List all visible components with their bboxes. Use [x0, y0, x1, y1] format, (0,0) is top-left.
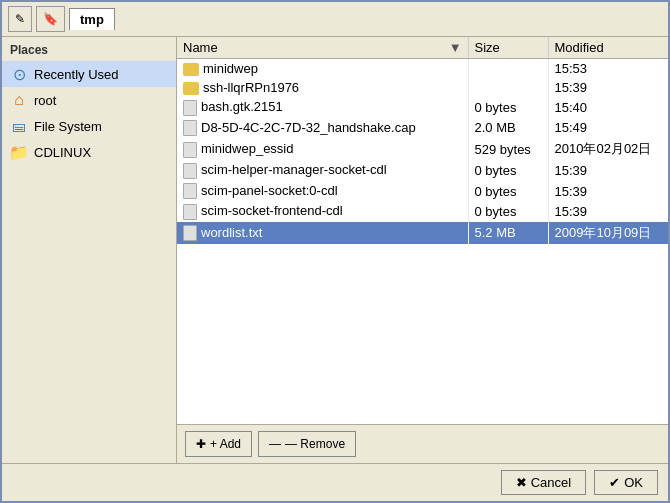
file-name-cell: ssh-llqrRPn1976	[177, 78, 468, 97]
sort-arrow-icon: ▼	[449, 40, 462, 55]
file-name-text: bash.gtk.2151	[201, 99, 283, 114]
file-icon	[183, 183, 197, 199]
file-icon	[183, 163, 197, 179]
file-name-text: minidwep_essid	[201, 141, 294, 156]
cancel-icon: ✖	[516, 475, 527, 490]
main-area: Places ⊙ Recently Used ⌂ root 🖴 File Sys…	[2, 37, 668, 463]
sidebar-label-cdlinux: CDLINUX	[34, 145, 91, 160]
file-name-text: wordlist.txt	[201, 225, 262, 240]
table-row[interactable]: minidwep_essid529 bytes2010年02月02日	[177, 138, 668, 160]
remove-label: — Remove	[285, 437, 345, 451]
col-header-size[interactable]: Size	[468, 37, 548, 59]
file-size-cell	[468, 59, 548, 79]
file-name-text: scim-panel-socket:0-cdl	[201, 183, 338, 198]
file-name-cell: wordlist.txt	[177, 222, 468, 244]
file-name-cell: minidwep	[177, 59, 468, 79]
sidebar-label-filesystem: File System	[34, 119, 102, 134]
file-name-cell: scim-socket-frontend-cdl	[177, 201, 468, 222]
file-icon	[183, 225, 197, 241]
file-name-text: scim-socket-frontend-cdl	[201, 203, 343, 218]
file-name-cell: scim-helper-manager-socket-cdl	[177, 160, 468, 181]
bookmark-icon: 🔖	[43, 12, 58, 26]
file-modified-cell: 15:40	[548, 97, 668, 118]
sidebar: Places ⊙ Recently Used ⌂ root 🖴 File Sys…	[2, 37, 177, 463]
edit-icon: ✎	[15, 12, 25, 26]
cdlinux-folder-icon: 📁	[10, 143, 28, 161]
file-size-cell: 529 bytes	[468, 138, 548, 160]
file-modified-cell: 15:49	[548, 118, 668, 139]
file-size-cell: 0 bytes	[468, 160, 548, 181]
table-row[interactable]: minidwep15:53	[177, 59, 668, 79]
footer: ✖ Cancel ✔ OK	[2, 463, 668, 501]
file-modified-cell: 15:39	[548, 78, 668, 97]
file-table: Name ▼ Size Modified minidwep15:53ssh-ll…	[177, 37, 668, 244]
table-row[interactable]: scim-panel-socket:0-cdl0 bytes15:39	[177, 181, 668, 202]
bookmark-icon-button[interactable]: 🔖	[36, 6, 65, 32]
file-size-cell: 5.2 MB	[468, 222, 548, 244]
file-modified-cell: 15:39	[548, 181, 668, 202]
back-button[interactable]: ✎	[8, 6, 32, 32]
table-row[interactable]: scim-socket-frontend-cdl0 bytes15:39	[177, 201, 668, 222]
file-size-cell	[468, 78, 548, 97]
col-header-modified[interactable]: Modified	[548, 37, 668, 59]
col-header-name[interactable]: Name ▼	[177, 37, 468, 59]
add-icon: ✚	[196, 437, 206, 451]
add-button[interactable]: ✚ + Add	[185, 431, 252, 457]
file-name-cell: minidwep_essid	[177, 138, 468, 160]
file-name-text: scim-helper-manager-socket-cdl	[201, 162, 387, 177]
ok-label: OK	[624, 475, 643, 490]
ok-button[interactable]: ✔ OK	[594, 470, 658, 495]
file-name-cell: D8-5D-4C-2C-7D-32_handshake.cap	[177, 118, 468, 139]
cancel-label: Cancel	[531, 475, 571, 490]
file-size-cell: 0 bytes	[468, 181, 548, 202]
sidebar-label-root: root	[34, 93, 56, 108]
file-modified-cell: 2009年10月09日	[548, 222, 668, 244]
file-size-cell: 2.0 MB	[468, 118, 548, 139]
file-modified-cell: 15:53	[548, 59, 668, 79]
toolbar: ✎ 🔖 tmp	[2, 2, 668, 37]
folder-icon	[183, 82, 199, 95]
sidebar-item-recently-used[interactable]: ⊙ Recently Used	[2, 61, 176, 87]
file-modified-cell: 15:39	[548, 160, 668, 181]
remove-icon: —	[269, 437, 281, 451]
file-size-cell: 0 bytes	[468, 201, 548, 222]
table-row[interactable]: scim-helper-manager-socket-cdl0 bytes15:…	[177, 160, 668, 181]
filesystem-icon: 🖴	[10, 117, 28, 135]
cancel-button[interactable]: ✖ Cancel	[501, 470, 586, 495]
file-name-cell: scim-panel-socket:0-cdl	[177, 181, 468, 202]
sidebar-item-cdlinux[interactable]: 📁 CDLINUX	[2, 139, 176, 165]
file-size-cell: 0 bytes	[468, 97, 548, 118]
location-tab[interactable]: tmp	[69, 8, 115, 30]
file-dialog: ✎ 🔖 tmp Places ⊙ Recently Used ⌂ root 🖴 …	[0, 0, 670, 503]
table-row[interactable]: bash.gtk.21510 bytes15:40	[177, 97, 668, 118]
sidebar-label-recently-used: Recently Used	[34, 67, 119, 82]
file-name-text: minidwep	[203, 61, 258, 76]
file-name-text: D8-5D-4C-2C-7D-32_handshake.cap	[201, 120, 416, 135]
file-icon	[183, 142, 197, 158]
sidebar-item-filesystem[interactable]: 🖴 File System	[2, 113, 176, 139]
file-icon	[183, 100, 197, 116]
sidebar-item-root[interactable]: ⌂ root	[2, 87, 176, 113]
recent-icon: ⊙	[10, 65, 28, 83]
table-row[interactable]: wordlist.txt5.2 MB2009年10月09日	[177, 222, 668, 244]
file-list-scroll[interactable]: Name ▼ Size Modified minidwep15:53ssh-ll…	[177, 37, 668, 424]
content-area: Name ▼ Size Modified minidwep15:53ssh-ll…	[177, 37, 668, 463]
remove-button[interactable]: — — Remove	[258, 431, 356, 457]
file-name-cell: bash.gtk.2151	[177, 97, 468, 118]
table-row[interactable]: ssh-llqrRPn197615:39	[177, 78, 668, 97]
file-icon	[183, 204, 197, 220]
bottom-bar: ✚ + Add — — Remove	[177, 424, 668, 463]
root-icon: ⌂	[10, 91, 28, 109]
file-icon	[183, 120, 197, 136]
file-modified-cell: 2010年02月02日	[548, 138, 668, 160]
folder-icon	[183, 63, 199, 76]
sidebar-header: Places	[2, 37, 176, 61]
table-row[interactable]: D8-5D-4C-2C-7D-32_handshake.cap2.0 MB15:…	[177, 118, 668, 139]
add-label: + Add	[210, 437, 241, 451]
file-modified-cell: 15:39	[548, 201, 668, 222]
file-name-text: ssh-llqrRPn1976	[203, 80, 299, 95]
ok-icon: ✔	[609, 475, 620, 490]
